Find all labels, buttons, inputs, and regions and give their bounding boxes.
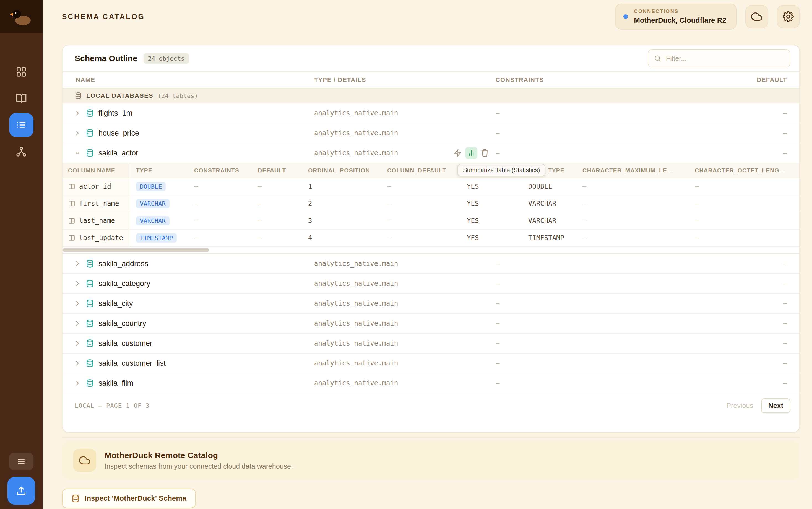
chevron-right-icon[interactable] (74, 319, 81, 327)
column-row-first_name[interactable]: first_name VARCHAR — — 2 — YES VARCHAR —… (63, 195, 799, 212)
table-row-sakila_actor[interactable]: sakila_actor analytics_native.main — — (63, 143, 799, 163)
table-details: analytics_native.main (314, 109, 496, 117)
remote-catalog-title: MotherDuck Remote Catalog (105, 451, 293, 460)
table-name: sakila_address (99, 260, 148, 268)
remote-catalog-panel: MotherDuck Remote Catalog Inspect schema… (62, 441, 800, 480)
table-constraints: — (496, 129, 721, 137)
sub-col-default: DEFAULT (251, 167, 302, 174)
database-icon (86, 359, 94, 367)
table-constraints: — (496, 280, 721, 287)
table-constraints: — (496, 379, 721, 387)
cell-character-octet-length: — (688, 200, 800, 207)
column-header-type: TYPE / DETAILS (314, 76, 496, 83)
table-row-flights_1m[interactable]: flights_1m analytics_native.main — — (63, 103, 799, 123)
table-constraints: — (496, 300, 721, 307)
sub-col-column-name: COLUMN NAME (63, 163, 130, 178)
table-default: — (721, 359, 800, 367)
cell-column-default: — (381, 200, 460, 207)
bar-chart-icon[interactable] (465, 147, 478, 159)
previous-button[interactable]: Previous (727, 402, 753, 410)
column-row-last_name[interactable]: last_name VARCHAR — — 3 — YES VARCHAR — … (63, 212, 799, 230)
table-row-sakila_country[interactable]: sakila_country analytics_native.main — — (63, 314, 799, 334)
cloud-button[interactable] (745, 5, 768, 28)
database-icon (75, 92, 82, 99)
cell-column-default: — (381, 182, 460, 190)
connections-pill[interactable]: CONNECTIONS MotherDuck, Cloudflare R2 (615, 4, 737, 30)
database-icon (86, 299, 94, 308)
columns-icon (68, 217, 75, 224)
sub-col-ordinal-position: ORDINAL_POSITION (302, 167, 381, 174)
filter-input[interactable] (666, 55, 784, 63)
chevron-right-icon[interactable] (74, 300, 81, 307)
table-name: sakila_city (99, 299, 133, 308)
dashboard-grid-icon (16, 66, 27, 77)
table-name: sakila_customer_list (99, 359, 166, 368)
cell-character-maximum-length: — (576, 217, 688, 225)
zap-icon[interactable] (454, 149, 462, 157)
connection-status-dot (623, 14, 628, 19)
column-name: last_update (79, 234, 123, 242)
column-row-last_update[interactable]: last_update TIMESTAMP — — 4 — YES TIMEST… (63, 230, 799, 247)
table-constraints: — (496, 109, 721, 117)
table-row-house_price[interactable]: house_price analytics_native.main — — (63, 123, 799, 143)
database-icon (86, 319, 94, 328)
group-row-local-databases[interactable]: LOCAL DATABASES (24 tables) (63, 89, 799, 103)
next-button[interactable]: Next (761, 398, 790, 413)
columns-icon (68, 183, 75, 190)
cloud-icon (79, 455, 90, 466)
chevron-down-icon[interactable] (74, 149, 81, 157)
cell-constraints: — (187, 234, 251, 242)
table-row-sakila_city[interactable]: sakila_city analytics_native.main — — (63, 294, 799, 314)
chevron-right-icon[interactable] (74, 280, 81, 287)
table-row-sakila_customer[interactable]: sakila_customer analytics_native.main — … (63, 334, 799, 353)
table-details: analytics_native.main (314, 300, 496, 307)
sidebar-item-docs[interactable] (9, 86, 33, 111)
table-row-sakila_customer_list[interactable]: sakila_customer_list analytics_native.ma… (63, 353, 799, 373)
app-logo[interactable] (0, 0, 43, 33)
table-details: analytics_native.main (314, 379, 496, 387)
table-row-sakila_film[interactable]: sakila_film analytics_native.main — — (63, 373, 799, 394)
table-row-sakila_category[interactable]: sakila_category analytics_native.main — … (63, 274, 799, 294)
column-row-actor_id[interactable]: actor_id DOUBLE — — 1 — YES DOUBLE — — (63, 178, 799, 195)
cell-constraints: — (187, 200, 251, 207)
columns-icon (68, 200, 75, 207)
chevron-right-icon[interactable] (74, 109, 81, 117)
cell-character-octet-length: — (688, 217, 800, 225)
chevron-right-icon[interactable] (74, 339, 81, 347)
sidebar-item-lineage[interactable] (9, 139, 33, 164)
chevron-right-icon[interactable] (74, 359, 81, 367)
chevron-right-icon[interactable] (74, 129, 81, 137)
sidebar-item-dashboard[interactable] (9, 60, 33, 84)
chevron-right-icon[interactable] (74, 379, 81, 387)
cell-character-maximum-length: — (576, 200, 688, 207)
settings-button[interactable] (777, 5, 800, 28)
cell-data-type: TIMESTAMP (522, 234, 576, 242)
inspect-motherduck-schema-button[interactable]: Inspect 'MotherDuck' Schema (62, 488, 196, 508)
schema-outline-card: Schema Outline 24 objects NAME TYPE / DE… (62, 45, 800, 433)
topbar: SCHEMA CATALOG CONNECTIONS MotherDuck, C… (43, 0, 812, 33)
table-default: — (721, 260, 800, 268)
table-row-sakila_address[interactable]: sakila_address analytics_native.main — — (63, 254, 799, 274)
cell-data-type: VARCHAR (522, 217, 576, 225)
cell-column-default: — (381, 234, 460, 242)
sub-col-character-maximum-length: CHARACTER_MAXIMUM_LE... (576, 167, 688, 174)
inspect-button-label: Inspect 'MotherDuck' Schema (84, 494, 186, 503)
table-constraints: — (496, 149, 721, 157)
column-name: actor_id (79, 182, 111, 190)
remote-catalog-subtitle: Inspect schemas from your connected clou… (105, 462, 293, 470)
cell-is-nullable: YES (460, 182, 522, 190)
sidebar-item-schema-catalog[interactable] (9, 113, 33, 137)
upload-icon (16, 485, 27, 496)
database-icon (86, 279, 94, 288)
chevron-right-icon[interactable] (74, 260, 81, 268)
scrollbar-thumb[interactable] (63, 248, 209, 252)
trash-icon[interactable] (481, 149, 489, 157)
table-details: analytics_native.main (314, 129, 496, 137)
sidebar-nav (9, 60, 33, 164)
cell-data-type: VARCHAR (522, 200, 576, 207)
type-badge: VARCHAR (136, 199, 170, 208)
upload-button[interactable] (7, 477, 35, 505)
connections-label: CONNECTIONS (634, 8, 726, 14)
group-label: LOCAL DATABASES (86, 92, 153, 99)
menu-button[interactable] (9, 452, 33, 470)
